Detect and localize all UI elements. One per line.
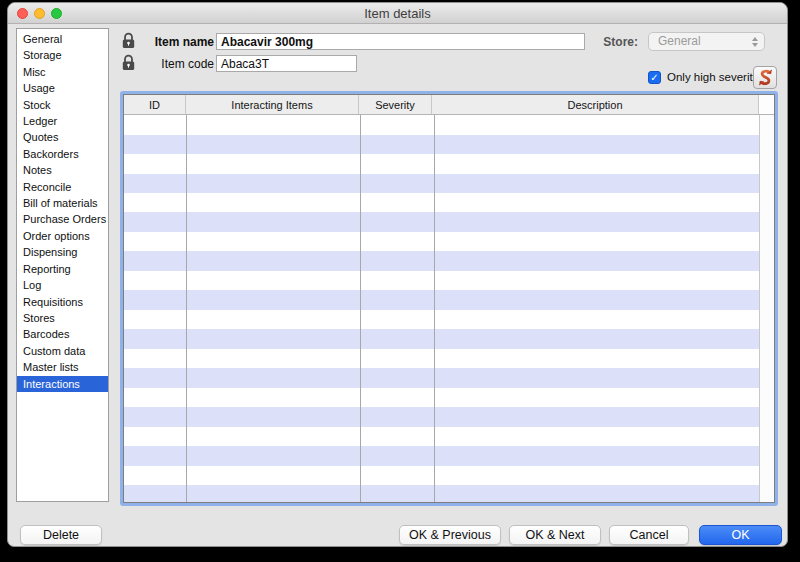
sidebar-item-bill-of-materials[interactable]: Bill of materials <box>17 195 108 211</box>
column-header-interacting-items[interactable]: Interacting Items <box>186 95 359 114</box>
title-bar[interactable]: Item details <box>8 3 787 24</box>
sidebar-item-barcodes[interactable]: Barcodes <box>17 326 108 342</box>
only-high-severity-label: Only high severity <box>667 71 758 83</box>
column-header-id[interactable]: ID <box>124 95 186 114</box>
ok-next-button[interactable]: OK & Next <box>509 525 601 545</box>
sidebar-item-misc[interactable]: Misc <box>17 64 108 80</box>
refresh-interactions-button[interactable] <box>753 66 777 89</box>
sidebar-item-quotes[interactable]: Quotes <box>17 129 108 145</box>
sidebar-item-log[interactable]: Log <box>17 277 108 293</box>
sidebar-item-usage[interactable]: Usage <box>17 80 108 96</box>
column-divider <box>434 115 435 502</box>
table-header: ID Interacting Items Severity Descriptio… <box>124 95 774 115</box>
delete-button[interactable]: Delete <box>20 525 102 545</box>
sidebar: GeneralStorageMiscUsageStockLedgerQuotes… <box>16 28 109 502</box>
sidebar-item-master-lists[interactable]: Master lists <box>17 359 108 375</box>
interactions-table: ID Interacting Items Severity Descriptio… <box>120 91 778 506</box>
sidebar-item-stock[interactable]: Stock <box>17 97 108 113</box>
item-details-window: Item details GeneralStorageMiscUsageStoc… <box>7 2 788 547</box>
column-divider <box>186 115 187 502</box>
sidebar-item-order-options[interactable]: Order options <box>17 228 108 244</box>
sidebar-item-backorders[interactable]: Backorders <box>17 146 108 162</box>
minimize-icon[interactable] <box>34 8 45 19</box>
column-divider <box>360 115 361 502</box>
chevron-up-down-icon <box>749 35 760 49</box>
sidebar-item-custom-data[interactable]: Custom data <box>17 343 108 359</box>
interactions-table-inner: ID Interacting Items Severity Descriptio… <box>123 94 775 503</box>
table-body[interactable] <box>124 115 774 502</box>
sidebar-item-general[interactable]: General <box>17 31 108 47</box>
sidebar-item-storage[interactable]: Storage <box>17 47 108 63</box>
column-header-severity[interactable]: Severity <box>359 95 432 114</box>
sidebar-item-dispensing[interactable]: Dispensing <box>17 244 108 260</box>
sidebar-item-purchase-orders[interactable]: Purchase Orders <box>17 211 108 227</box>
item-name-label: Item name <box>128 35 214 49</box>
store-selected-value: General <box>658 34 701 48</box>
only-high-severity-checkbox[interactable] <box>648 71 661 84</box>
zoom-icon[interactable] <box>51 8 62 19</box>
item-code-input[interactable] <box>216 55 357 72</box>
sidebar-item-stores[interactable]: Stores <box>17 310 108 326</box>
window-controls <box>17 8 62 19</box>
scrollbar-header-gap <box>759 95 774 114</box>
sidebar-item-notes[interactable]: Notes <box>17 162 108 178</box>
cancel-button[interactable]: Cancel <box>609 525 689 545</box>
window-title: Item details <box>8 3 787 24</box>
sidebar-item-reconcile[interactable]: Reconcile <box>17 179 108 195</box>
column-header-description[interactable]: Description <box>432 95 759 114</box>
close-icon[interactable] <box>17 8 28 19</box>
item-code-label: Item code <box>128 57 214 71</box>
sidebar-item-interactions[interactable]: Interactions <box>17 376 108 392</box>
msupply-sync-icon <box>757 69 774 86</box>
scrollbar-track <box>759 115 774 502</box>
sidebar-item-reporting[interactable]: Reporting <box>17 261 108 277</box>
store-select[interactable]: General <box>648 32 765 51</box>
item-name-input[interactable] <box>216 33 585 50</box>
ok-button[interactable]: OK <box>699 525 782 545</box>
store-label: Store: <box>568 35 638 49</box>
ok-previous-button[interactable]: OK & Previous <box>399 525 501 545</box>
sidebar-item-ledger[interactable]: Ledger <box>17 113 108 129</box>
sidebar-item-requisitions[interactable]: Requisitions <box>17 294 108 310</box>
